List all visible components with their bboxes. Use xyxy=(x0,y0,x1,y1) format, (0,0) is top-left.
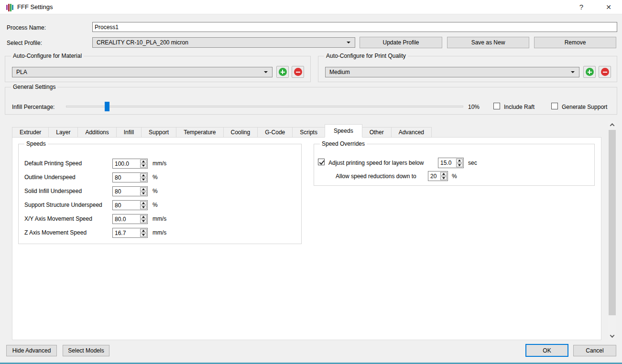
save-as-new-button[interactable]: Save as New xyxy=(447,37,529,48)
auto-configure-material-group: Auto-Configure for Material PLA xyxy=(5,56,311,82)
infill-slider-track[interactable] xyxy=(66,106,463,107)
infill-slider-handle[interactable] xyxy=(105,102,109,111)
tab-extruder[interactable]: Extruder xyxy=(12,127,49,138)
general-settings-title: General Settings xyxy=(11,84,57,90)
add-quality-button[interactable] xyxy=(583,66,596,78)
include-raft-checkbox[interactable] xyxy=(493,103,500,109)
select-models-button[interactable]: Select Models xyxy=(63,345,109,356)
spin-up-icon[interactable] xyxy=(140,173,147,177)
spinner-buttons xyxy=(456,158,463,168)
generate-support-label[interactable]: Generate Support xyxy=(562,104,607,110)
speed-row-label: X/Y Axis Movement Speed xyxy=(24,215,92,222)
remove-button[interactable]: Remove xyxy=(534,37,616,48)
tab-scripts[interactable]: Scripts xyxy=(292,127,325,138)
speeds-tab-panel: Speeds Default Printing Speed mm/s Outli… xyxy=(12,137,601,340)
tab-gcode[interactable]: G-Code xyxy=(257,127,293,138)
auto-configure-material-title: Auto-Configure for Material xyxy=(11,53,84,59)
spinner-buttons xyxy=(140,187,147,196)
spin-up-icon[interactable] xyxy=(140,160,147,163)
tab-cooling[interactable]: Cooling xyxy=(223,127,258,138)
vertical-scrollbar[interactable] xyxy=(608,121,616,340)
tab-additions[interactable]: Additions xyxy=(77,127,116,138)
tab-speeds[interactable]: Speeds xyxy=(325,124,362,138)
adjust-speed-checkbox[interactable] xyxy=(318,159,325,165)
tab-other[interactable]: Other xyxy=(362,127,392,138)
spin-down-icon[interactable] xyxy=(140,219,147,223)
spinner-buttons xyxy=(440,171,447,181)
tab-temperature[interactable]: Temperature xyxy=(176,127,223,138)
xy-axis-movement-speed-input[interactable] xyxy=(112,214,148,224)
default-printing-speed-input[interactable] xyxy=(112,159,148,169)
plus-circle-icon xyxy=(586,68,594,76)
plus-circle-icon xyxy=(279,68,287,76)
outline-underspeed-input[interactable] xyxy=(112,172,148,182)
process-name-input[interactable] xyxy=(92,22,617,32)
outline-underspeed-value[interactable] xyxy=(113,173,140,182)
hide-advanced-button[interactable]: Hide Advanced xyxy=(6,345,57,356)
speed-reduction-label: Allow speed reductions down to xyxy=(336,173,416,180)
help-icon[interactable]: ? xyxy=(572,0,591,14)
generate-support-checkbox[interactable] xyxy=(551,103,558,109)
quality-select[interactable]: Medium xyxy=(325,67,579,77)
z-axis-movement-speed-value[interactable] xyxy=(113,228,140,237)
remove-quality-button[interactable] xyxy=(599,66,611,78)
tab-advanced[interactable]: Advanced xyxy=(391,127,432,138)
tab-infill[interactable]: Infill xyxy=(116,127,142,138)
spin-down-icon[interactable] xyxy=(140,164,147,168)
support-structure-underspeed-input[interactable] xyxy=(112,200,148,210)
speed-row-label: Solid Infill Underspeed xyxy=(24,188,82,194)
tab-support[interactable]: Support xyxy=(141,127,176,138)
ok-button[interactable]: OK xyxy=(525,344,568,357)
scrollbar-thumb[interactable] xyxy=(609,130,616,315)
adjust-speed-label[interactable]: Adjust printing speed for layers below xyxy=(328,160,424,166)
speed-overrides-group: Speed Overrides Adjust printing speed fo… xyxy=(314,144,595,186)
xy-axis-movement-speed-value[interactable] xyxy=(113,214,140,224)
scroll-down-icon[interactable] xyxy=(608,332,616,340)
profile-select[interactable]: CREALITY CR-10_PLA_200 micron xyxy=(92,37,355,48)
spin-down-icon[interactable] xyxy=(140,233,147,237)
window-title: FFF Settings xyxy=(17,0,53,14)
auto-configure-quality-title: Auto-Configure for Print Quality xyxy=(324,53,408,59)
app-logo-icon xyxy=(6,3,14,11)
update-profile-button[interactable]: Update Profile xyxy=(360,37,442,48)
solid-infill-underspeed-value[interactable] xyxy=(113,187,140,196)
material-select[interactable]: PLA xyxy=(12,67,273,77)
auto-configure-quality-group: Auto-Configure for Print Quality Medium xyxy=(318,56,617,82)
scroll-up-icon[interactable] xyxy=(608,121,616,129)
spin-up-icon[interactable] xyxy=(440,172,447,176)
general-settings-group: General Settings Infill Percentage: 10% … xyxy=(5,87,617,115)
spin-down-icon[interactable] xyxy=(440,176,447,180)
spin-down-icon[interactable] xyxy=(140,192,147,195)
spinner-buttons xyxy=(140,201,147,210)
infill-percentage-label: Infill Percentage: xyxy=(12,104,55,110)
adjust-speed-seconds-input[interactable] xyxy=(438,158,464,168)
spin-up-icon[interactable] xyxy=(140,229,147,233)
speed-row-xy-axis-speed: X/Y Axis Movement Speed mm/s xyxy=(19,214,301,224)
speed-reduction-value[interactable] xyxy=(428,171,440,181)
include-raft-label[interactable]: Include Raft xyxy=(504,104,535,110)
adjust-speed-seconds-value[interactable] xyxy=(438,158,456,168)
spin-down-icon[interactable] xyxy=(140,178,147,182)
spinner-buttons xyxy=(140,228,147,237)
spin-up-icon[interactable] xyxy=(140,215,147,219)
support-structure-underspeed-value[interactable] xyxy=(113,201,140,210)
z-axis-movement-speed-input[interactable] xyxy=(112,228,148,238)
default-printing-speed-value[interactable] xyxy=(113,159,140,168)
add-material-button[interactable] xyxy=(276,66,289,78)
remove-material-button[interactable] xyxy=(292,66,304,78)
cancel-button[interactable]: Cancel xyxy=(573,345,616,356)
spin-up-icon[interactable] xyxy=(456,159,463,163)
spin-up-icon[interactable] xyxy=(140,201,147,205)
speed-row-label: Default Printing Speed xyxy=(24,160,82,167)
fff-settings-dialog: FFF Settings ? ✕ Process Name: Select Pr… xyxy=(0,0,622,364)
spin-up-icon[interactable] xyxy=(140,187,147,191)
speed-row-default-printing: Default Printing Speed mm/s xyxy=(19,159,301,169)
speed-reduction-input[interactable] xyxy=(428,171,448,181)
tab-layer[interactable]: Layer xyxy=(48,127,78,138)
solid-infill-underspeed-input[interactable] xyxy=(112,186,148,196)
spin-down-icon[interactable] xyxy=(456,163,463,168)
spin-down-icon[interactable] xyxy=(140,205,147,209)
close-icon[interactable]: ✕ xyxy=(599,0,618,14)
speed-row-solid-infill-underspeed: Solid Infill Underspeed % xyxy=(19,186,301,196)
speed-row-unit: % xyxy=(153,188,158,194)
